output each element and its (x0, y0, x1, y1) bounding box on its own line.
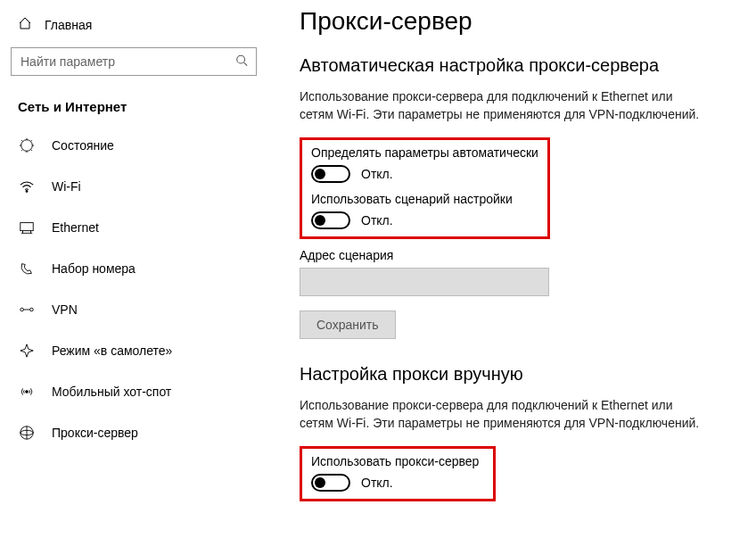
svg-point-0 (237, 55, 245, 63)
airplane-icon (18, 343, 36, 359)
sidebar-item-dialup[interactable]: Набор номера (0, 248, 267, 289)
script-address-input[interactable] (300, 268, 549, 296)
use-proxy-label: Использовать прокси-сервер (311, 454, 484, 468)
home-icon (18, 16, 32, 33)
script-state: Откл. (361, 213, 393, 228)
status-icon (18, 137, 36, 153)
detect-toggle[interactable] (311, 165, 350, 183)
sidebar-item-label: Ethernet (52, 220, 99, 235)
detect-state: Откл. (361, 167, 393, 181)
svg-point-6 (26, 391, 29, 393)
sidebar-item-proxy[interactable]: Прокси-сервер (0, 412, 267, 453)
auto-highlight-box: Определять параметры автоматически Откл.… (300, 137, 550, 239)
main-content: Прокси-сервер Автоматическая настройка п… (267, 0, 756, 538)
ethernet-icon (18, 219, 36, 236)
sidebar-item-label: Состояние (52, 138, 114, 153)
sidebar-item-ethernet[interactable]: Ethernet (0, 207, 267, 248)
sidebar-item-label: Режим «в самолете» (52, 343, 172, 358)
svg-rect-3 (21, 223, 33, 231)
save-button[interactable]: Сохранить (300, 310, 396, 339)
use-proxy-state: Откл. (361, 476, 393, 490)
hotspot-icon (18, 384, 36, 400)
detect-label: Определять параметры автоматически (311, 145, 538, 160)
search-wrap (11, 47, 257, 76)
svg-point-5 (30, 308, 34, 311)
svg-point-4 (21, 308, 24, 311)
sidebar-item-vpn[interactable]: VPN (0, 289, 267, 330)
manual-highlight-box: Использовать прокси-сервер Откл. (300, 446, 496, 501)
sidebar-item-label: Набор номера (52, 261, 136, 276)
sidebar: Главная Сеть и Интернет Состояние Wi-Fi … (0, 0, 267, 538)
svg-point-1 (21, 140, 33, 152)
sidebar-item-label: Wi-Fi (52, 179, 81, 194)
script-label: Использовать сценарий настройки (311, 192, 538, 206)
auto-section-title: Автоматическая настройка прокси-сервера (300, 55, 738, 76)
sidebar-category: Сеть и Интернет (0, 83, 267, 125)
sidebar-item-label: VPN (52, 302, 78, 317)
home-link[interactable]: Главная (0, 9, 267, 40)
auto-section-desc: Использование прокси-сервера для подключ… (300, 88, 710, 123)
use-proxy-toggle[interactable] (311, 474, 350, 492)
sidebar-item-airplane[interactable]: Режим «в самолете» (0, 330, 267, 371)
sidebar-item-status[interactable]: Состояние (0, 125, 267, 166)
search-icon (235, 54, 248, 70)
vpn-icon (18, 302, 36, 318)
sidebar-item-label: Прокси-сервер (52, 426, 138, 440)
sidebar-item-label: Мобильный хот-спот (52, 385, 171, 399)
svg-point-2 (26, 191, 28, 193)
script-toggle[interactable] (311, 211, 350, 229)
search-input[interactable] (11, 47, 257, 76)
home-label: Главная (45, 18, 92, 32)
sidebar-item-wifi[interactable]: Wi-Fi (0, 166, 267, 207)
address-label: Адрес сценария (300, 248, 738, 262)
sidebar-item-hotspot[interactable]: Мобильный хот-спот (0, 371, 267, 412)
wifi-icon (18, 178, 36, 195)
page-title: Прокси-сервер (300, 7, 738, 36)
proxy-icon (18, 425, 36, 441)
manual-section-title: Настройка прокси вручную (300, 364, 738, 385)
dialup-icon (18, 261, 36, 277)
manual-section-desc: Использование прокси-сервера для подключ… (300, 397, 710, 432)
